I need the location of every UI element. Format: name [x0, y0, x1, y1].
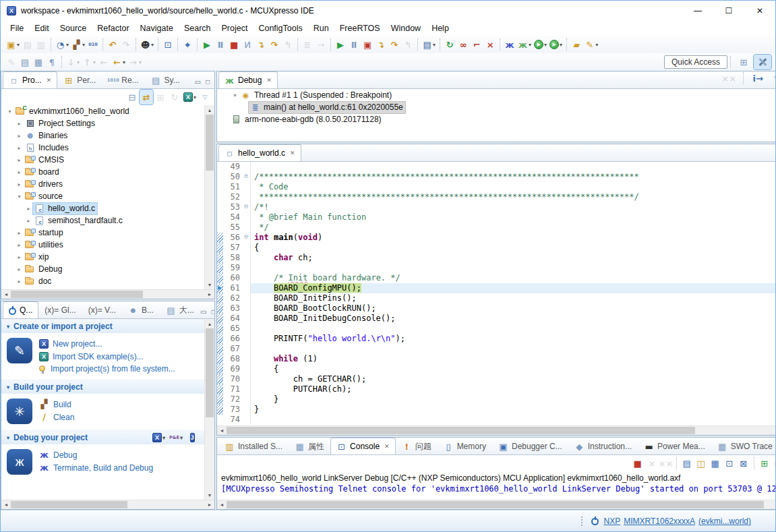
quickstart-vertical-scrollbar[interactable]: ▲ ▼ [204, 319, 214, 500]
suspend-button[interactable]: Ⅱ [214, 37, 227, 52]
remove-launch-button[interactable]: × [645, 456, 659, 471]
tab-installed-s[interactable]: ▥Installed S... [218, 438, 289, 454]
console-output-line[interactable]: [MCUXpresso Semihosting Telnet console f… [217, 483, 776, 500]
open-declaration-button[interactable]: ▦ [32, 55, 45, 69]
tab-power-mea[interactable]: ▬Power Mea... [638, 438, 711, 454]
fold-collapse-icon[interactable]: ⊖ [242, 172, 251, 182]
menu-navigate[interactable]: Navigate [135, 22, 179, 34]
terminate-button[interactable]: ■ [631, 456, 645, 471]
tree-item-startup[interactable]: ▸startup [1, 227, 204, 239]
maximize-button[interactable]: ☐ [713, 1, 744, 21]
external-tools-dropdown-icon[interactable]: ▾ [595, 42, 598, 48]
scroll-left-icon[interactable]: ◄ [217, 426, 227, 435]
probe-button[interactable]: ⌖ [181, 37, 194, 52]
tree-item-thread-1-1-suspended-breakpoint[interactable]: ▾◉Thread #1 1 (Suspended : Breakpoint) [217, 89, 776, 101]
tab-x-v[interactable]: (x)= V... [82, 301, 122, 318]
code-text[interactable]: char ch; [251, 253, 776, 263]
user-profile-dropdown-icon[interactable]: ▾ [151, 42, 154, 48]
code-text[interactable]: /*! [251, 202, 776, 212]
redo-button[interactable]: ↷ [119, 37, 133, 52]
resume-alt-button[interactable]: ▶ [334, 37, 347, 52]
jlink-half-button[interactable]: J [185, 430, 199, 445]
code-text[interactable]: ****************************************… [251, 192, 776, 202]
code-line-60[interactable]: 60 /* Init board hardware. */ [217, 273, 776, 283]
code-line-52[interactable]: 52 *************************************… [217, 192, 776, 202]
tab-q[interactable]: Q... [3, 301, 38, 318]
save-all-button[interactable]: ▥ [34, 37, 48, 52]
disconnect-button[interactable]: И [241, 37, 254, 52]
console-horizontal-scrollbar[interactable]: ◄ ► [217, 500, 776, 509]
tree-item-cmsis[interactable]: ▸CMSIS [1, 154, 204, 166]
tab-instruction[interactable]: ◆Instruction... [568, 438, 638, 454]
status-link-mimxrt1062xxxxa[interactable]: MIMXRT1062xxxxA [624, 516, 695, 526]
code-text[interactable]: { [251, 364, 776, 374]
explorer-horizontal-scrollbar[interactable]: ◄ ► [1, 289, 214, 299]
step-return-alt-button[interactable]: ↰ [401, 37, 415, 52]
close-tab-icon[interactable]: ✕ [47, 77, 52, 84]
tab-item[interactable]: ▤大... [160, 301, 200, 318]
profiles-button[interactable]: ◔▾ [54, 37, 70, 52]
expand-icon[interactable]: ▸ [15, 266, 24, 272]
quickstart-link-terminate-build-and-debug[interactable]: жTerminate, Build and Debug [39, 463, 153, 473]
debug-configurations-button[interactable]: ж▾ [516, 37, 533, 52]
show-console-stdout-button[interactable]: ⊡ [723, 456, 736, 471]
menu-freertos[interactable]: FreeRTOS [334, 22, 386, 34]
quickstart-link-debug[interactable]: жDebug [39, 450, 153, 460]
fold-collapse-icon[interactable]: ⊖ [242, 233, 251, 243]
tree-item-xip[interactable]: ▸xip [1, 251, 204, 263]
menu-search[interactable]: Search [179, 22, 216, 34]
view-menu-button[interactable]: ▽ [198, 90, 212, 105]
maximize-view-button[interactable]: □ [206, 79, 210, 86]
quickstart-link-new-project[interactable]: XNew project... [39, 338, 175, 349]
tree-item-arm-none-eabi-gdb-8-0-50-20171128[interactable]: arm-none-eabi-gdb (8.0.50.20171128) [217, 113, 776, 125]
code-line-72[interactable]: 72 } [217, 394, 776, 405]
tab-sy[interactable]: ▤Sy... [145, 71, 186, 88]
debug-configurations-dropdown-icon[interactable]: ▾ [529, 42, 531, 48]
code-text[interactable]: * @brief Main function [251, 212, 776, 223]
code-line-57[interactable]: 57{ [217, 243, 776, 253]
profile-book-dropdown-icon[interactable]: ▾ [433, 42, 436, 48]
code-line-51[interactable]: 51 * Code [217, 182, 776, 192]
focus-on-stack-button[interactable]: i→ [751, 71, 765, 86]
code-text[interactable] [251, 344, 776, 354]
expand-icon[interactable]: ▸ [15, 254, 24, 260]
quickstart-link-import-project-s-from-file-system[interactable]: Import project(s) from file system... [39, 364, 175, 374]
previous-annotation-dropdown-icon[interactable]: ▾ [93, 59, 96, 65]
scroll-down-icon[interactable]: ▼ [205, 280, 214, 289]
remove-terminated-button[interactable]: × [483, 37, 497, 52]
link-server-button[interactable]: ∞ [456, 37, 470, 52]
linkserver-x-dropdown-icon[interactable]: ▾ [162, 435, 165, 441]
refresh-button[interactable]: ↻ [168, 90, 181, 105]
save-button[interactable]: ▤ [21, 37, 34, 52]
code-line-67[interactable]: 67 [217, 344, 776, 354]
code-text[interactable] [251, 263, 776, 273]
last-edit-location-button[interactable]: ← [97, 55, 111, 69]
tree-item-utilities[interactable]: ▸utilities [1, 239, 204, 251]
scroll-left-icon[interactable]: ◄ [1, 290, 11, 299]
code-line-54[interactable]: 54 * @brief Main function [217, 212, 776, 223]
link-with-selection-button[interactable]: ▤ [18, 55, 32, 69]
quickstart-link-clean[interactable]: ∕Clean [39, 412, 74, 422]
minimize-view-button[interactable]: ▭ [195, 79, 201, 86]
view-menu-button[interactable]: ▽ [769, 71, 776, 86]
debug-bug-button[interactable]: ж [503, 37, 516, 52]
profiles-dropdown-icon[interactable]: ▾ [66, 42, 69, 48]
code-text[interactable]: while (1) [251, 354, 776, 364]
collapse-icon[interactable]: ▾ [5, 109, 14, 115]
tab-item[interactable]: ▦属性 [289, 438, 330, 454]
tree-item-semihost-hardfault-c[interactable]: ▸semihost_hardfault.c [1, 214, 204, 227]
mcux-menu-dropdown-icon[interactable]: ▾ [193, 94, 196, 100]
tab-memory[interactable]: ▯Memory [438, 438, 492, 454]
quickstart-horizontal-scrollbar[interactable]: ◄ ► [1, 500, 214, 509]
tree-item-binaries[interactable]: ▸⊛Binaries [1, 129, 204, 142]
scroll-up-icon[interactable]: ▲ [205, 319, 214, 328]
open-console-button[interactable]: ⊡▾ [772, 456, 776, 471]
focus-grid-button[interactable]: ⊞ [154, 90, 167, 105]
scroll-down-icon[interactable]: ▼ [205, 490, 214, 500]
section-header-build-your-project[interactable]: ▾Build your project [1, 380, 204, 394]
terminal-console-button[interactable]: ⊡ [161, 37, 175, 52]
mcux-menu-button[interactable]: X▾ [182, 90, 198, 105]
linkserver-x-button[interactable]: X▾ [151, 430, 167, 445]
tree-item-evkmimxrt1060-hello-world[interactable]: ▾Cevkmimxrt1060_hello_world [1, 105, 204, 117]
code-line-61[interactable]: 61 BOARD_ConfigMPU(); [217, 283, 776, 293]
